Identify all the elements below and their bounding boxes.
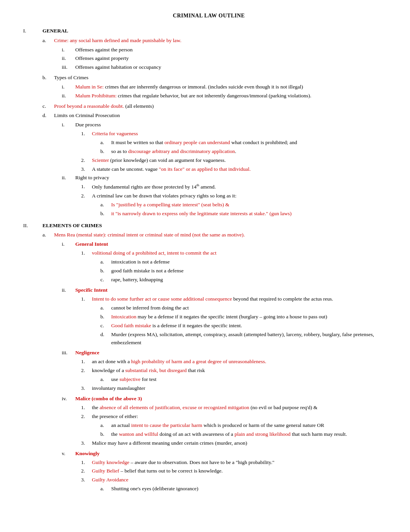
specific-intent-label: Specific Intent — [75, 287, 108, 293]
item-gi-1b-marker: b. — [100, 267, 111, 275]
item-malice-2-marker: 2. — [81, 413, 92, 421]
item-neg-2: 2. knowledge of a substantial risk, but … — [23, 367, 395, 375]
item-neg-3-content: involuntary manslaughter — [92, 384, 395, 393]
gi-1-text: volitional doing of a prohibited act, in… — [92, 250, 217, 256]
item-specific-intent-marker: ii. — [62, 286, 75, 294]
malum-se-label: Malum in Se: — [75, 84, 104, 90]
item-mens-rea: a. Mens Rea (mental state): criminal int… — [23, 231, 395, 239]
item-general-intent: i. General Intent — [23, 240, 395, 248]
item-privacy-content: Right to privacy — [75, 174, 395, 182]
item-a-content: Crime: any social harm defined and made … — [54, 37, 395, 45]
item-c-content: Proof beyond a reasonable doubt. (all el… — [54, 102, 395, 110]
item-si-1a-content: cannot be inferred from doing the act — [111, 304, 395, 312]
item-iii-habitation-content: Offenses against habitation or occupancy — [75, 63, 395, 71]
malice-label: Malice (combo of the above 3) — [75, 396, 142, 401]
item-general-intent-marker: i. — [62, 240, 75, 248]
item-knowingly-marker: v. — [62, 450, 75, 458]
item-si-1: 1. Intent to do some further act or caus… — [23, 295, 395, 303]
item-malice-1-marker: 1. — [81, 404, 92, 412]
item-negligence: iii. Negligence — [23, 349, 395, 357]
item-vagueness-b: b. so as to discourage arbitrary and dis… — [23, 148, 395, 156]
item-c-marker: c. — [42, 102, 54, 110]
page-title: CRIMINAL LAW OUTLINE — [23, 12, 395, 20]
item-neg-1-content: an act done with a high probability of h… — [92, 358, 395, 366]
item-ii-property-content: Offenses against property — [75, 54, 395, 63]
substantial-risk-text: substantial risk, but disregard — [125, 367, 187, 373]
item-mens-rea-content: Mens Rea (mental state): criminal intent… — [54, 231, 395, 239]
item-malum-se-content: Malum in Se: crimes that are inherently … — [75, 83, 395, 91]
item-malice-2a-marker: a. — [100, 422, 111, 430]
item-d-marker: d. — [42, 112, 54, 120]
item-k-3a: a. Shutting one's eyes (deliberate ignor… — [23, 485, 395, 493]
good-faith-label: Good faith mistake — [111, 323, 151, 328]
item-si-1d-marker: d. — [100, 331, 111, 347]
item-malice-2-content: the presence of either: — [92, 413, 395, 421]
item-k-3a-content: Shutting one's eyes (deliberate ignoranc… — [111, 485, 395, 493]
si-1-text: Intent to do some further act or cause s… — [92, 296, 232, 302]
item-statute-vague: 3. A statute can be unconst. vague "on i… — [23, 165, 395, 173]
item-c-proof: c. Proof beyond a reasonable doubt. (all… — [23, 102, 395, 110]
item-malice: iv. Malice (combo of the above 3) — [23, 395, 395, 403]
section-II-marker: II. — [23, 222, 42, 230]
item-k-1-marker: 1. — [81, 459, 92, 467]
item-k-3: 3. Guilty Avoidance — [23, 476, 395, 484]
malum-se-text: crimes that are inherently dangerous or … — [105, 84, 303, 90]
item-specific-intent: ii. Specific Intent — [23, 286, 395, 294]
item-iii-habitation: iii. Offenses against habitation or occu… — [23, 63, 395, 71]
item-malum-prohibitum-content: Malum Prohibitum: crimes that regulate b… — [75, 92, 395, 100]
item-privacy-2b-content: it "is narrowly drawn to express only th… — [111, 210, 395, 218]
section-I: I. GENERAL — [23, 27, 395, 35]
item-malice-3-content: Malice may have a different meaning unde… — [92, 439, 395, 447]
item-malice-2b-marker: b. — [100, 430, 111, 439]
item-i-person: i. Offenses against the person — [23, 46, 395, 54]
item-general-intent-content: General Intent — [75, 240, 395, 248]
item-malice-2a-content: an actual intent to cause the particular… — [111, 422, 395, 430]
item-due-process-content: Due process — [75, 121, 395, 129]
item-si-1a: a. cannot be inferred from doing the act — [23, 304, 395, 312]
item-gi-1: 1. volitional doing of a prohibited act,… — [23, 249, 395, 257]
item-vagueness-marker: 1. — [81, 130, 92, 138]
item-malice-2a: a. an actual intent to cause the particu… — [23, 422, 395, 430]
section-II: II. ELEMENTS OF CRIMES — [23, 222, 395, 230]
item-malice-3-marker: 3. — [81, 439, 92, 447]
discourage-text: discourage arbitrary and discriminatory … — [128, 148, 235, 154]
item-privacy-2b-marker: b. — [100, 210, 111, 218]
item-privacy-1-content: Only fundamental rights are those protec… — [92, 183, 395, 191]
item-neg-3: 3. involuntary manslaughter — [23, 384, 395, 393]
item-specific-intent-content: Specific Intent — [75, 286, 395, 294]
item-negligence-content: Negligence — [75, 349, 395, 357]
item-vagueness: 1. Criteria for vagueness — [23, 130, 395, 138]
item-k-3a-marker: a. — [100, 485, 111, 493]
proof-label: Proof beyond a reasonable doubt. — [54, 103, 124, 109]
intent-cause-text: intent to cause the particular harm — [131, 422, 202, 428]
item-vagueness-b-content: so as to discourage arbitrary and discri… — [111, 148, 395, 156]
item-statute-vague-content: A statute can be unconst. vague "on its … — [92, 165, 395, 173]
item-malice-2b: b. the wanton and willful doing of an ac… — [23, 430, 395, 439]
section-II-heading: ELEMENTS OF CRIMES — [42, 222, 395, 230]
absence-text: absence of all elements of justification… — [100, 405, 249, 410]
item-malice-content: Malice (combo of the above 3) — [75, 395, 395, 403]
item-privacy-2-content: A criminal law can be drawn that violate… — [92, 192, 395, 200]
wanton-willful-text: wanton and willful — [119, 431, 158, 437]
item-si-1d-content: Murder (express MA), solicitation, attem… — [111, 331, 395, 347]
item-knowingly-content: Knowingly — [75, 450, 395, 458]
item-vagueness-a: a. It must be written so that ordinary p… — [23, 139, 395, 147]
item-k-1-content: Guilty knowledge – aware due to observat… — [92, 459, 395, 467]
plain-strong-text: plain and strong likelihood — [234, 431, 290, 437]
item-malum-prohibitum: ii. Malum Prohibitum: crimes that regula… — [23, 92, 395, 100]
item-gi-1b-content: good faith mistake is not a defense — [111, 267, 395, 275]
guilty-avoidance-label: Guilty Avoidance — [92, 477, 129, 483]
item-privacy-1: 1. Only fundamental rights are those pro… — [23, 183, 395, 191]
crime-label: Crime: — [54, 37, 69, 43]
item-d-content: Limits on Criminal Prosecution — [54, 112, 395, 120]
subjective-text: subjective — [119, 376, 141, 382]
section-I-marker: I. — [23, 27, 42, 35]
guilty-belief-label: Guilty Belief — [92, 468, 119, 474]
vagueness-label: Criteria for vagueness — [92, 131, 138, 136]
item-privacy-1-marker: 1. — [81, 183, 92, 191]
item-statute-vague-marker: 3. — [81, 165, 92, 173]
item-negligence-marker: iii. — [62, 349, 75, 357]
on-its-face-text: "on its face" or as applied to that indi… — [159, 166, 251, 172]
item-neg-2-content: knowledge of a substantial risk, but dis… — [92, 367, 395, 375]
item-neg-1: 1. an act done with a high probability o… — [23, 358, 395, 366]
